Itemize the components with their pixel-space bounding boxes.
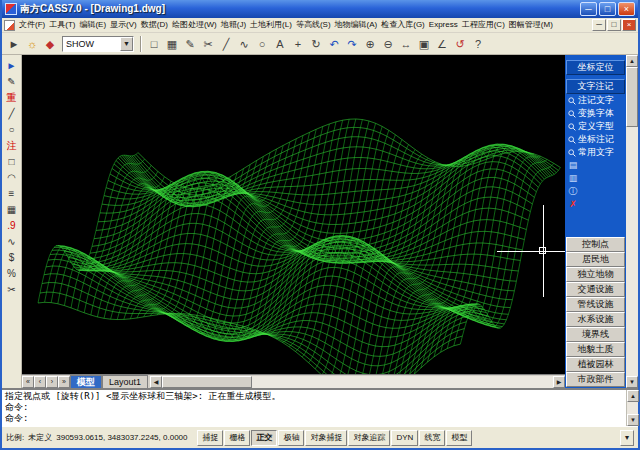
tab-nav-first-icon[interactable]: « <box>22 376 34 388</box>
vertical-scroll-track[interactable] <box>626 127 638 376</box>
category-button[interactable]: 控制点 <box>566 237 625 252</box>
menu-item[interactable]: 检查入库(G) <box>379 18 427 32</box>
horizontal-scroll-thumb[interactable] <box>162 376 252 388</box>
rect-icon[interactable]: □ <box>3 153 20 169</box>
panel-menu-item[interactable]: 常用文字 <box>566 146 625 159</box>
tab-nav-next-icon[interactable]: › <box>46 376 58 388</box>
menu-item[interactable]: 地物编辑(A) <box>333 18 380 32</box>
status-toggle-button[interactable]: 正交 <box>251 430 277 446</box>
command-scroll-down-icon[interactable]: ▼ <box>627 414 639 426</box>
menu-item[interactable]: 数据(D) <box>139 18 170 32</box>
panel-menu-item[interactable]: 坐标注记 <box>566 133 625 146</box>
zoom-window-icon[interactable]: ▣ <box>415 35 433 53</box>
menu-item[interactable]: Express <box>427 18 460 32</box>
horizontal-scrollbar[interactable]: ◀ ▶ <box>150 376 565 388</box>
panel-button[interactable]: 坐标定位 <box>566 60 625 75</box>
line-icon[interactable]: ╱ <box>217 35 235 53</box>
scissors-icon[interactable]: ✂ <box>199 35 217 53</box>
category-button[interactable]: 境界线 <box>566 327 625 342</box>
menu-item[interactable]: 绘图处理(W) <box>170 18 219 32</box>
regen-icon[interactable]: 重 <box>3 89 20 105</box>
category-button[interactable]: 植被园林 <box>566 357 625 372</box>
scroll-up-icon[interactable]: ▲ <box>626 55 638 67</box>
drawing-viewport[interactable] <box>22 55 565 374</box>
erase-icon[interactable]: ✂ <box>3 281 20 297</box>
redo-icon[interactable]: ↷ <box>343 35 361 53</box>
symbol-dollar-icon[interactable]: $ <box>3 249 20 265</box>
menu-item[interactable]: 编辑(E) <box>77 18 108 32</box>
palette-icon[interactable]: ◆ <box>41 35 59 53</box>
arc-icon[interactable]: ◠ <box>3 169 20 185</box>
cascade-icon[interactable]: ▤ <box>566 159 580 172</box>
circle-icon[interactable]: ○ <box>253 35 271 53</box>
menu-item[interactable]: 工程应用(C) <box>460 18 507 32</box>
scroll-down-icon[interactable]: ▼ <box>626 376 638 388</box>
tile-icon[interactable]: ▥ <box>566 172 580 185</box>
menu-item[interactable]: 图幅管理(M) <box>507 18 555 32</box>
command-scroll-up-icon[interactable]: ▲ <box>627 390 639 402</box>
category-button[interactable]: 居民地 <box>566 252 625 267</box>
text-icon[interactable]: A <box>271 35 289 53</box>
line-icon[interactable]: ╱ <box>3 105 20 121</box>
terrain-mesh-canvas[interactable] <box>22 55 565 374</box>
spline-icon[interactable]: ∿ <box>235 35 253 53</box>
panel-menu-item[interactable]: 定义字型 <box>566 120 625 133</box>
category-button[interactable]: 管线设施 <box>566 297 625 312</box>
parallel-lines-icon[interactable]: ≡ <box>3 185 20 201</box>
category-button[interactable]: 市政部件 <box>566 372 625 387</box>
menu-item[interactable]: 工具(T) <box>47 18 77 32</box>
undo-icon[interactable]: ↶ <box>325 35 343 53</box>
new-icon[interactable]: □ <box>145 35 163 53</box>
chevron-down-icon[interactable]: ▼ <box>120 37 133 51</box>
child-close-button[interactable]: × <box>622 19 636 31</box>
help-icon[interactable]: ? <box>469 35 487 53</box>
status-toggle-button[interactable]: DYN <box>391 430 418 446</box>
menu-item[interactable]: 文件(F) <box>17 18 47 32</box>
panel-menu-item[interactable]: 注记文字 <box>566 94 625 107</box>
pencil-icon[interactable]: ✎ <box>181 35 199 53</box>
tab-layout1[interactable]: Layout1 <box>102 375 148 388</box>
zoom-in-icon[interactable]: ⊕ <box>361 35 379 53</box>
scroll-right-icon[interactable]: ▶ <box>553 376 565 388</box>
zoom-out-icon[interactable]: ⊖ <box>379 35 397 53</box>
move-icon[interactable]: + <box>289 35 307 53</box>
status-toggle-button[interactable]: 模型 <box>446 430 472 446</box>
rotate-icon[interactable]: ↻ <box>307 35 325 53</box>
pencil-icon[interactable]: ✎ <box>3 73 20 89</box>
category-button[interactable]: 交通设施 <box>566 282 625 297</box>
spline-icon[interactable]: ∿ <box>3 233 20 249</box>
tab-model[interactable]: 模型 <box>70 375 102 388</box>
vertical-scroll-thumb[interactable] <box>626 67 638 127</box>
status-toggle-button[interactable]: 对象捕捉 <box>305 430 347 446</box>
drawing-file-icon[interactable] <box>4 20 15 31</box>
measure-icon[interactable]: ∠ <box>433 35 451 53</box>
category-button[interactable]: 地貌土质 <box>566 342 625 357</box>
lamp-icon[interactable]: ☼ <box>23 35 41 53</box>
command-line-input[interactable]: 指定视点或 [旋转(R)] <显示坐标球和三轴架>: 正在重生成模型。命令:命令… <box>2 390 626 426</box>
child-restore-button[interactable]: □ <box>607 19 621 31</box>
minimize-button[interactable]: ─ <box>580 2 597 16</box>
command-scroll-track[interactable] <box>627 402 638 414</box>
category-button[interactable]: 水系设施 <box>566 312 625 327</box>
scroll-left-icon[interactable]: ◀ <box>150 376 162 388</box>
maximize-button[interactable]: □ <box>599 2 616 16</box>
tab-nav-last-icon[interactable]: » <box>58 376 70 388</box>
redraw-icon[interactable]: ↺ <box>451 35 469 53</box>
style-combobox[interactable]: SHOW ▼ <box>62 36 134 52</box>
menu-item[interactable]: 地籍(J) <box>219 18 248 32</box>
circle-icon[interactable]: ○ <box>3 121 20 137</box>
close-button[interactable]: × <box>618 2 635 16</box>
select-icon[interactable]: ► <box>3 57 20 73</box>
info-icon[interactable]: ⓘ <box>566 185 580 198</box>
pan-icon[interactable]: ↔ <box>397 35 415 53</box>
pointer-icon[interactable]: ► <box>5 35 23 53</box>
menu-item[interactable]: 等高线(S) <box>294 18 333 32</box>
panel-menu-item[interactable]: 变换字体 <box>566 107 625 120</box>
status-menu-icon[interactable]: ▾ <box>620 430 634 446</box>
status-toggle-button[interactable]: 栅格 <box>224 430 250 446</box>
vertical-scrollbar[interactable]: ▲ ▼ <box>626 55 638 388</box>
child-minimize-button[interactable]: ─ <box>592 19 606 31</box>
grid-icon[interactable]: ▦ <box>163 35 181 53</box>
menu-item[interactable]: 显示(V) <box>108 18 139 32</box>
menu-item[interactable]: 土地利用(L) <box>248 18 294 32</box>
